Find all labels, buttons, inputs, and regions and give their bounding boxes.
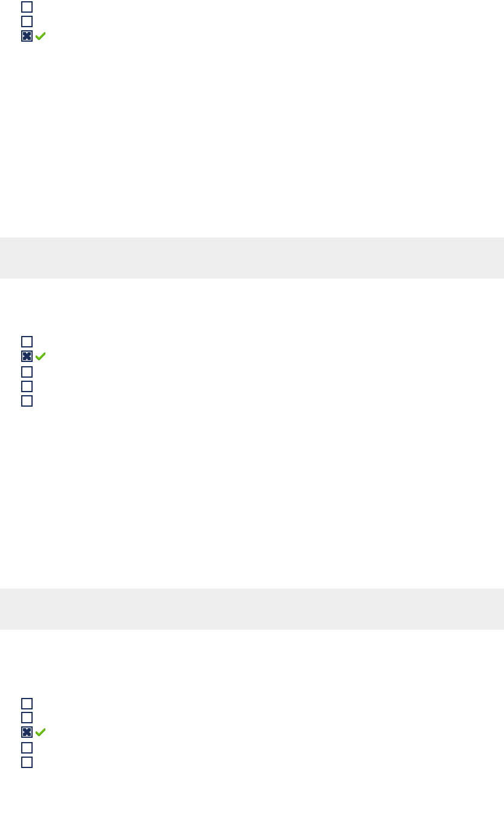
option-row[interactable] [21,16,483,27]
option-row[interactable] [21,712,483,723]
option-row[interactable] [21,381,483,392]
options-list [21,1,483,42]
option-row[interactable] [21,350,483,362]
correct-check-icon [36,352,45,361]
checkbox-icon [21,336,33,347]
checkbox-checked-icon [21,30,33,42]
checkbox-icon [21,366,33,378]
checkbox-icon [21,742,33,754]
options-list [21,698,483,768]
question-group-3 [0,630,504,768]
checkbox-icon [21,1,33,13]
option-row[interactable] [21,395,483,407]
options-list [21,336,483,407]
option-row[interactable] [21,336,483,347]
correct-check-icon [36,32,45,40]
question-group-2 [0,279,504,407]
checkbox-icon [21,16,33,27]
question-group-1 [0,1,504,42]
option-row[interactable] [21,757,483,768]
checkbox-icon [21,395,33,407]
checkbox-icon [21,757,33,768]
option-row[interactable] [21,30,483,42]
checkbox-icon [21,698,33,709]
checkbox-icon [21,712,33,723]
option-row[interactable] [21,1,483,13]
option-row[interactable] [21,698,483,709]
checkbox-icon [21,381,33,392]
option-row[interactable] [21,742,483,754]
checkbox-checked-icon [21,350,33,362]
section-separator [0,237,504,279]
option-row[interactable] [21,366,483,378]
section-separator [0,589,504,630]
option-row[interactable] [21,726,483,738]
correct-check-icon [36,728,45,737]
checkbox-checked-icon [21,726,33,738]
